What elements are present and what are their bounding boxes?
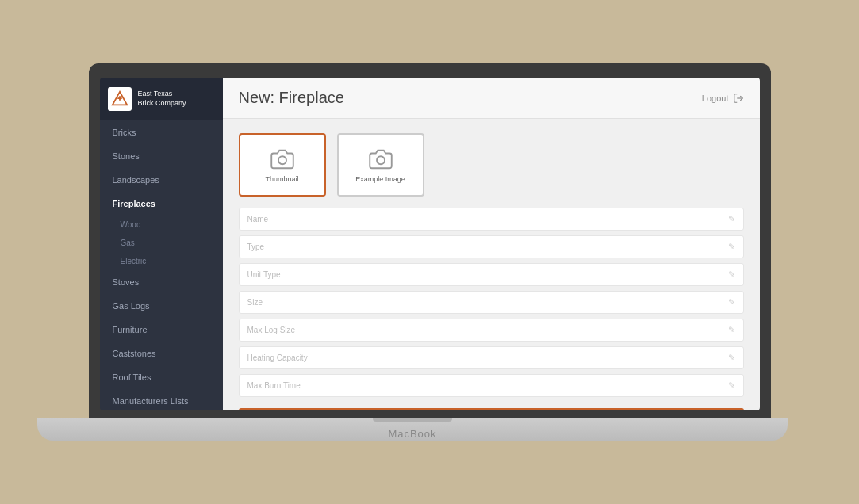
sidebar-item-furniture[interactable]: Furniture bbox=[100, 318, 223, 342]
company-logo-icon bbox=[108, 87, 132, 111]
heating-capacity-input[interactable] bbox=[247, 353, 728, 362]
name-field-container: ✎ bbox=[239, 208, 744, 231]
main-content: New: Fireplace Logout bbox=[223, 78, 760, 410]
save-button[interactable]: save bbox=[239, 408, 744, 410]
edit-icon-3: ✎ bbox=[728, 269, 735, 280]
sidebar-item-landscapes[interactable]: Landscapes bbox=[100, 168, 223, 192]
sidebar-item-bricks[interactable]: Bricks bbox=[100, 120, 223, 144]
sidebar-sub-item-gas[interactable]: Gas bbox=[100, 234, 223, 252]
max-log-size-input[interactable] bbox=[247, 326, 728, 334]
camera-icon bbox=[270, 147, 294, 171]
laptop-brand-label: MacBook bbox=[388, 428, 436, 440]
example-image-upload[interactable]: Example Image bbox=[337, 133, 424, 197]
edit-icon-5: ✎ bbox=[728, 325, 735, 335]
edit-icon-2: ✎ bbox=[728, 242, 735, 252]
laptop-base: MacBook bbox=[37, 418, 788, 441]
sidebar-sub-item-wood[interactable]: Wood bbox=[100, 216, 223, 234]
max-burn-time-input[interactable] bbox=[247, 381, 728, 390]
size-input[interactable] bbox=[247, 298, 728, 307]
laptop-wrapper: East Texas Brick Company Bricks Stones L… bbox=[89, 63, 771, 441]
heating-capacity-field-container: ✎ bbox=[239, 346, 744, 369]
sidebar-item-stoves[interactable]: Stoves bbox=[100, 270, 223, 294]
thumbnail-upload[interactable]: Thumbnail bbox=[239, 133, 326, 197]
name-input[interactable] bbox=[247, 215, 728, 223]
edit-icon-7: ✎ bbox=[728, 380, 735, 391]
sidebar-item-caststones[interactable]: Caststones bbox=[100, 342, 223, 365]
unit-type-field-container: ✎ bbox=[239, 263, 744, 286]
logout-button[interactable]: Logout bbox=[702, 93, 744, 104]
unit-type-input[interactable] bbox=[247, 270, 728, 279]
sidebar: East Texas Brick Company Bricks Stones L… bbox=[100, 78, 223, 410]
example-image-label: Example Image bbox=[355, 175, 405, 183]
thumbnail-label: Thumbnail bbox=[265, 175, 298, 183]
sidebar-item-manufacturers-lists[interactable]: Manufacturers Lists bbox=[100, 389, 223, 410]
max-log-size-field-container: ✎ bbox=[239, 319, 744, 342]
camera-icon-2 bbox=[369, 147, 393, 171]
sidebar-item-roof-tiles[interactable]: Roof Tiles bbox=[100, 365, 223, 389]
screen-inner: East Texas Brick Company Bricks Stones L… bbox=[100, 78, 760, 410]
form-area: Thumbnail Example Image bbox=[223, 119, 760, 410]
sidebar-item-gas-logs[interactable]: Gas Logs bbox=[100, 294, 223, 318]
type-field-container: ✎ bbox=[239, 235, 744, 258]
page-title: New: Fireplace bbox=[239, 89, 344, 107]
edit-icon-4: ✎ bbox=[728, 297, 735, 307]
company-name: East Texas Brick Company bbox=[138, 90, 186, 108]
app-container: East Texas Brick Company Bricks Stones L… bbox=[100, 78, 760, 410]
logout-icon bbox=[733, 93, 744, 104]
size-field-container: ✎ bbox=[239, 291, 744, 314]
svg-point-4 bbox=[278, 156, 286, 164]
sidebar-logo: East Texas Brick Company bbox=[100, 78, 223, 120]
image-upload-row: Thumbnail Example Image bbox=[239, 133, 744, 197]
edit-icon-6: ✎ bbox=[728, 353, 735, 363]
sidebar-item-stones[interactable]: Stones bbox=[100, 144, 223, 168]
type-input[interactable] bbox=[247, 242, 728, 251]
sidebar-item-fireplaces[interactable]: Fireplaces bbox=[100, 192, 223, 216]
sidebar-sub-item-electric[interactable]: Electric bbox=[100, 252, 223, 270]
screen-bezel: East Texas Brick Company Bricks Stones L… bbox=[89, 63, 771, 418]
svg-point-5 bbox=[377, 156, 385, 164]
max-burn-time-field-container: ✎ bbox=[239, 374, 744, 397]
edit-icon: ✎ bbox=[728, 214, 735, 224]
top-bar: New: Fireplace Logout bbox=[223, 78, 760, 119]
